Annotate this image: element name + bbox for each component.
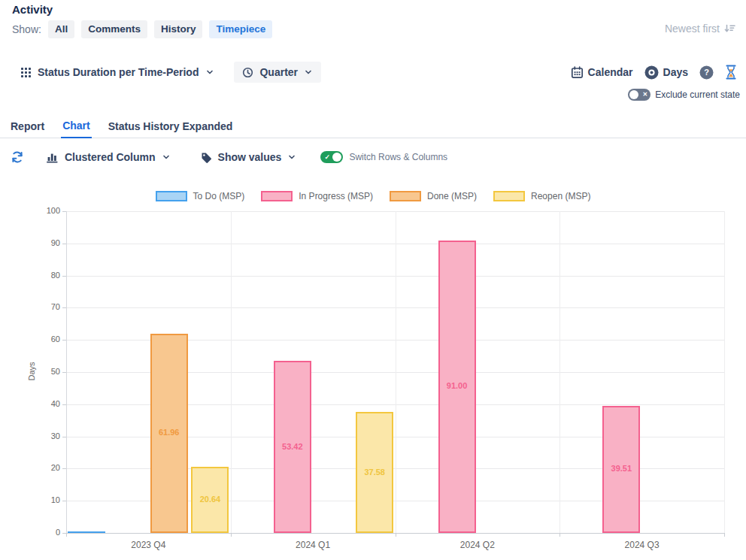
help-glyph: ?	[704, 68, 709, 77]
legend-label: In Progress (MSP)	[299, 191, 373, 201]
y-tick-label: 40	[32, 399, 60, 408]
x-category-label: 2024 Q1	[231, 540, 396, 550]
activity-panel: Activity Show: All Comments History Time…	[0, 0, 746, 560]
y-tick-label: 90	[32, 238, 60, 247]
report-type-label: Status Duration per Time-Period	[38, 66, 199, 78]
exclude-current-state-toggle[interactable]: ✕	[628, 89, 650, 101]
y-axis-title: Days	[27, 355, 36, 388]
v-gridline	[560, 211, 560, 533]
chart-toolbar: Status Duration per Time-Period Quarter	[21, 59, 737, 85]
tab-bar: Report Chart Status History Expanded	[0, 117, 746, 138]
tab-chart[interactable]: Chart	[61, 120, 92, 138]
report-type-selector[interactable]: Status Duration per Time-Period	[21, 66, 214, 78]
tab-status-history-expanded[interactable]: Status History Expanded	[107, 120, 235, 138]
eye-icon	[644, 65, 659, 80]
y-axis-line	[66, 211, 67, 533]
calendar-icon	[571, 66, 584, 79]
chart-legend: To Do (MSP)In Progress (MSP)Done (MSP)Re…	[0, 191, 746, 201]
switch-rows-columns-label: Switch Rows & Columns	[349, 152, 447, 162]
v-gridline	[231, 211, 232, 533]
chart-type-selector[interactable]: Clustered Column	[46, 151, 171, 163]
x-category-label: 2023 Q4	[66, 540, 231, 550]
toggle-knob	[332, 153, 341, 162]
sort-descending-icon	[723, 23, 735, 35]
bar-value-label: 39.51	[602, 464, 640, 473]
period-label: Quarter	[259, 66, 298, 78]
sort-control[interactable]: Newest first	[665, 23, 735, 35]
y-tick-label: 10	[32, 495, 60, 504]
v-gridline	[396, 211, 396, 533]
legend-item[interactable]: Done (MSP)	[390, 191, 477, 201]
chevron-down-icon	[287, 153, 296, 162]
exclude-current-state-label: Exclude current state	[655, 89, 740, 100]
bar-chart-icon	[46, 151, 59, 163]
filter-timepiece-button[interactable]: Timepiece	[209, 20, 272, 38]
show-values-selector[interactable]: Show values	[201, 151, 297, 163]
legend-swatch	[156, 191, 187, 201]
chevron-down-icon	[162, 153, 171, 162]
legend-label: To Do (MSP)	[193, 191, 245, 201]
filter-all-button[interactable]: All	[48, 20, 74, 38]
legend-swatch	[493, 191, 525, 201]
x-category-label: 2024 Q2	[396, 540, 560, 550]
y-tick-label: 30	[32, 431, 60, 440]
y-tick-label: 20	[32, 463, 60, 472]
y-tick-label: 60	[32, 334, 60, 344]
page-title: Activity	[12, 3, 53, 16]
chart-controls-row: Clustered Column Show values ✓ Switch Ro…	[11, 148, 447, 166]
legend-swatch	[390, 191, 421, 201]
tab-report[interactable]: Report	[9, 120, 46, 138]
filter-history-button[interactable]: History	[154, 20, 203, 38]
legend-label: Done (MSP)	[427, 191, 477, 201]
legend-item[interactable]: To Do (MSP)	[156, 191, 245, 201]
legend-item[interactable]: In Progress (MSP)	[261, 191, 373, 201]
show-values-label: Show values	[218, 151, 282, 163]
bar-value-label: 61.96	[150, 428, 188, 437]
plot-area: 01020304050607080901002023 Q42024 Q12024…	[66, 211, 724, 533]
calendar-button[interactable]: Calendar	[571, 66, 633, 79]
y-tick-label: 70	[32, 302, 60, 311]
x-axis-line	[66, 533, 724, 534]
exclude-current-state-row: ✕ Exclude current state	[628, 89, 740, 101]
check-icon: ✓	[324, 153, 330, 162]
y-tick-label: 80	[32, 271, 60, 280]
y-tick-label: 0	[32, 528, 60, 537]
bar-value-label: 20.64	[191, 495, 229, 504]
grid-icon	[21, 68, 31, 77]
y-tick-label: 100	[32, 206, 60, 215]
show-filter-row: Show: All Comments History Timepiece	[12, 20, 272, 39]
x-category-label: 2024 Q3	[560, 540, 724, 550]
chevron-down-icon	[304, 68, 313, 77]
show-label: Show:	[12, 23, 41, 35]
sort-label: Newest first	[665, 23, 720, 35]
chevron-down-icon	[205, 68, 214, 77]
x-tick	[724, 533, 725, 537]
toggle-knob	[629, 90, 638, 99]
v-gridline	[724, 211, 725, 533]
filter-comments-button[interactable]: Comments	[81, 20, 147, 38]
chart-type-label: Clustered Column	[65, 151, 156, 163]
legend-item[interactable]: Reopen (MSP)	[493, 191, 590, 201]
help-icon[interactable]: ?	[699, 65, 714, 80]
bar-value-label: 37.58	[356, 468, 393, 477]
switch-rows-columns-toggle[interactable]: ✓	[320, 151, 343, 163]
refresh-icon[interactable]	[11, 150, 24, 164]
chart-bar	[68, 531, 105, 533]
legend-label: Reopen (MSP)	[531, 191, 590, 201]
period-selector[interactable]: Quarter	[234, 62, 321, 83]
tag-icon	[201, 152, 212, 163]
hourglass-icon[interactable]	[725, 65, 737, 80]
unit-days-label: Days	[663, 66, 688, 78]
clock-icon	[242, 67, 253, 78]
bar-value-label: 53.42	[274, 442, 311, 451]
unit-days-button[interactable]: Days	[644, 65, 688, 80]
x-icon: ✕	[643, 90, 648, 99]
calendar-label: Calendar	[588, 66, 633, 78]
legend-swatch	[261, 191, 293, 201]
bar-value-label: 91.00	[438, 381, 476, 390]
